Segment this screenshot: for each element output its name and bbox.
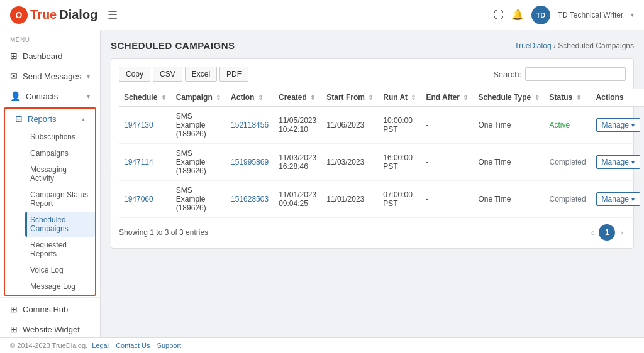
manage-button[interactable]: Manage ▾	[596, 118, 640, 132]
breadcrumb-root[interactable]: TrueDialog	[514, 41, 551, 50]
main-content: SCHEDULED CAMPAIGNS TrueDialog › Schedul…	[101, 30, 644, 337]
submenu-message-log[interactable]: Message Log	[25, 278, 95, 295]
sidebar-item-label: Dashboard	[23, 52, 63, 61]
col-end-after[interactable]: End After ⇕	[421, 89, 473, 106]
entries-info: Showing 1 to 3 of 3 entries	[119, 228, 208, 237]
sidebar-item-reports[interactable]: ⊟ Reports ▴	[5, 109, 95, 129]
col-campaign-label: Campaign	[176, 93, 213, 102]
sort-icon: ⇕	[576, 94, 581, 101]
csv-button[interactable]: CSV	[153, 67, 182, 82]
col-created-label: Created	[279, 93, 307, 102]
pdf-button[interactable]: PDF	[219, 67, 248, 82]
schedule-link[interactable]: 1947130	[124, 121, 153, 129]
table-row: 1947130 SMS Example (189626) 152118456 1…	[119, 106, 644, 144]
cell-run-at: 07:00:00 PST	[378, 181, 421, 218]
dropdown-arrow-icon: ▾	[631, 122, 635, 129]
user-menu-arrow[interactable]: ▾	[631, 11, 634, 18]
logo-dialog: Dialog	[59, 8, 97, 22]
submenu-campaign-status-report[interactable]: Campaign Status Report	[25, 187, 95, 212]
col-run-at[interactable]: Run At ⇕	[378, 89, 421, 106]
chevron-up-icon: ▴	[82, 116, 85, 122]
cell-created: 11/05/2023 10:42:10	[274, 106, 321, 144]
cell-campaign: SMS Example (189626)	[171, 144, 226, 181]
export-buttons: Copy CSV Excel PDF Search:	[119, 67, 626, 82]
sidebar-item-send-messages[interactable]: ✉ Send Messages ▾	[0, 66, 100, 86]
search-label: Search:	[493, 70, 521, 79]
sort-icon: ⇕	[161, 94, 166, 101]
hamburger-icon[interactable]: ☰	[108, 8, 118, 22]
table-row: 1947114 SMS Example (189626) 151995869 1…	[119, 144, 644, 181]
manage-button[interactable]: Manage ▾	[596, 192, 640, 206]
col-schedule-label: Schedule	[124, 93, 157, 102]
sidebar-item-comms-hub[interactable]: ⊞ Comms Hub	[0, 299, 100, 319]
search-input[interactable]	[525, 67, 626, 81]
legal-link[interactable]: Legal	[92, 342, 109, 349]
support-link[interactable]: Support	[157, 342, 182, 349]
topnav-left: O TrueDialog ☰	[10, 6, 118, 24]
submenu-voice-log[interactable]: Voice Log	[25, 262, 95, 278]
action-link[interactable]: 151628503	[231, 195, 269, 204]
schedule-link[interactable]: 1947114	[124, 158, 153, 166]
cell-created: 11/01/2023 09:04:25	[274, 181, 321, 218]
cell-campaign: SMS Example (189626)	[171, 106, 226, 144]
manage-label: Manage	[602, 121, 629, 129]
manage-button[interactable]: Manage ▾	[596, 155, 640, 169]
sidebar-item-website-widget[interactable]: ⊞ Website Widget	[0, 319, 100, 337]
copy-button[interactable]: Copy	[119, 67, 150, 82]
cell-run-at: 16:00:00 PST	[378, 144, 421, 181]
logo-icon: O	[10, 6, 28, 24]
col-start-from[interactable]: Start From ⇕	[321, 89, 378, 106]
cell-end-after: -	[421, 144, 473, 181]
cell-run-at: 10:00:00 PST	[378, 106, 421, 144]
cell-action: 152118456	[226, 106, 274, 144]
reports-submenu: Subscriptions Campaigns Messaging Activi…	[5, 129, 95, 295]
cell-campaign: SMS Example (189626)	[171, 181, 226, 218]
col-schedule-type-label: Schedule Type	[478, 93, 531, 102]
search-area: Search:	[493, 67, 626, 82]
page-1-button[interactable]: 1	[599, 224, 615, 241]
action-link[interactable]: 151995869	[231, 158, 269, 166]
notification-icon[interactable]: 🔔	[511, 9, 524, 21]
page-footer: © 2014-2023 TrueDialog. Legal Contact Us…	[0, 337, 644, 353]
col-schedule[interactable]: Schedule ⇕	[119, 89, 171, 106]
status-badge: Completed	[550, 158, 586, 166]
submenu-scheduled-campaigns[interactable]: Scheduled Campaigns	[25, 212, 95, 237]
col-schedule-type[interactable]: Schedule Type ⇕	[473, 89, 544, 106]
table-row: 1947060 SMS Example (189626) 151628503 1…	[119, 181, 644, 218]
submenu-requested-reports[interactable]: Requested Reports	[25, 237, 95, 262]
col-action-label: Action	[231, 93, 254, 102]
cell-action: 151995869	[226, 144, 274, 181]
sidebar-item-dashboard[interactable]: ⊞ Dashboard	[0, 46, 100, 66]
cell-status: Completed	[545, 181, 591, 218]
schedule-link[interactable]: 1947060	[124, 195, 153, 204]
submenu-subscriptions[interactable]: Subscriptions	[25, 129, 95, 145]
sidebar-item-label: Comms Hub	[23, 305, 68, 314]
action-link[interactable]: 152118456	[231, 121, 269, 129]
logo: O TrueDialog	[10, 6, 97, 24]
status-badge: Completed	[550, 195, 586, 204]
excel-button[interactable]: Excel	[185, 67, 217, 82]
sidebar-item-contacts[interactable]: 👤 Contacts ▾	[0, 86, 100, 106]
fullscreen-icon[interactable]: ⛶	[494, 9, 504, 21]
submenu-campaigns[interactable]: Campaigns	[25, 145, 95, 161]
cell-actions: Manage ▾	[591, 106, 644, 144]
sort-icon: ⇕	[411, 94, 416, 101]
logo-letter: O	[16, 10, 23, 20]
status-badge: Active	[550, 121, 570, 129]
next-page-arrow[interactable]: ›	[618, 226, 626, 239]
col-created[interactable]: Created ⇕	[274, 89, 321, 106]
prev-page-arrow[interactable]: ‹	[589, 226, 597, 239]
col-action[interactable]: Action ⇕	[226, 89, 274, 106]
contact-us-link[interactable]: Contact Us	[116, 342, 150, 349]
avatar-initials: TD	[536, 11, 545, 19]
breadcrumb-separator: ›	[553, 41, 556, 50]
sort-icon: ⇕	[535, 94, 540, 101]
manage-label: Manage	[602, 195, 629, 204]
col-campaign[interactable]: Campaign ⇕	[171, 89, 226, 106]
cell-created: 11/03/2023 16:28:46	[274, 144, 321, 181]
dropdown-arrow-icon: ▾	[631, 159, 635, 166]
reports-icon: ⊟	[15, 114, 23, 124]
col-status[interactable]: Status ⇕	[545, 89, 591, 106]
cell-actions: Manage ▾	[591, 144, 644, 181]
submenu-messaging-activity[interactable]: Messaging Activity	[25, 161, 95, 187]
